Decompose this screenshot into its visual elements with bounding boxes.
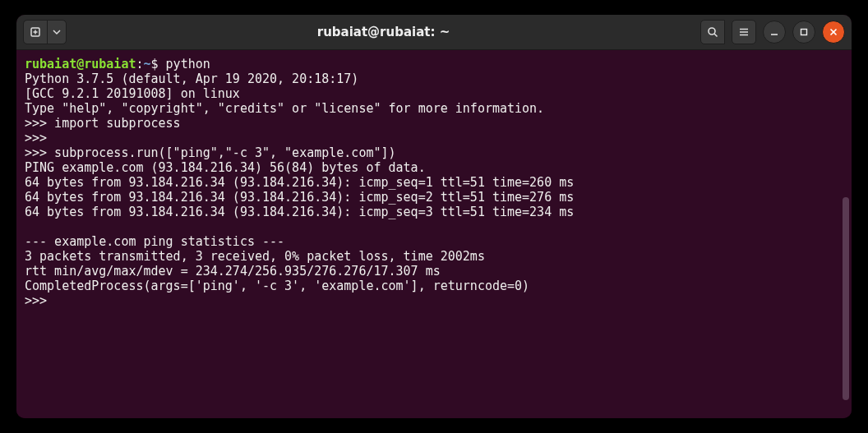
- prompt-sep: :: [136, 57, 143, 71]
- terminal-area[interactable]: rubaiat@rubaiat:~$ python Python 3.7.5 (…: [16, 50, 852, 418]
- output-line: >>>: [25, 131, 47, 145]
- output-line: Type "help", "copyright", "credits" or "…: [25, 101, 544, 116]
- output-line: 64 bytes from 93.184.216.34 (93.184.216.…: [25, 205, 574, 219]
- prompt-dollar: $: [151, 57, 166, 71]
- prompt-user: rubaiat@rubaiat: [25, 57, 136, 71]
- minimize-icon: [769, 27, 779, 37]
- output-line: 64 bytes from 93.184.216.34 (93.184.216.…: [25, 190, 574, 205]
- output-line: --- example.com ping statistics ---: [25, 234, 284, 249]
- output-line: Python 3.7.5 (default, Apr 19 2020, 20:1…: [25, 71, 358, 86]
- prompt-path: ~: [144, 57, 151, 71]
- output-line: 3 packets transmitted, 3 received, 0% pa…: [25, 249, 485, 264]
- new-tab-icon: [29, 25, 42, 39]
- svg-line-4: [714, 34, 718, 37]
- titlebar: rubaiat@rubaiat: ~: [16, 15, 852, 50]
- close-button[interactable]: [822, 21, 845, 44]
- search-button[interactable]: [700, 20, 725, 44]
- command-text: python: [166, 57, 210, 71]
- terminal-window: rubaiat@rubaiat: ~: [16, 15, 852, 418]
- maximize-button[interactable]: [792, 21, 815, 44]
- output-line: rtt min/avg/max/mdev = 234.274/256.935/2…: [25, 264, 441, 279]
- chevron-down-icon: [53, 28, 61, 36]
- svg-point-3: [709, 28, 715, 35]
- new-tab-button[interactable]: [23, 20, 48, 44]
- close-icon: [829, 27, 838, 37]
- output-line: 64 bytes from 93.184.216.34 (93.184.216.…: [25, 175, 574, 190]
- window-title: rubaiat@rubaiat: ~: [72, 25, 695, 39]
- scrollbar-thumb[interactable]: [843, 197, 849, 399]
- output-line: >>> import subprocess: [25, 116, 181, 131]
- minimize-button[interactable]: [763, 21, 786, 44]
- output-line: >>> subprocess.run(["ping","-c 3", "exam…: [25, 145, 396, 160]
- svg-rect-9: [801, 30, 807, 35]
- output-line: CompletedProcess(args=['ping', '-c 3', '…: [25, 279, 529, 293]
- menu-button[interactable]: [732, 20, 756, 44]
- prompt-line: rubaiat@rubaiat:~$ python: [25, 57, 210, 71]
- hamburger-icon: [737, 25, 750, 39]
- output-line: [GCC 9.2.1 20191008] on linux: [25, 86, 240, 101]
- new-tab-dropdown-button[interactable]: [47, 20, 67, 44]
- titlebar-left-controls: [23, 20, 67, 44]
- output-line: PING example.com (93.184.216.34) 56(84) …: [25, 160, 426, 175]
- output-line: >>>: [25, 293, 47, 308]
- maximize-icon: [799, 27, 809, 37]
- titlebar-right-controls: [700, 20, 845, 44]
- search-icon: [706, 25, 719, 39]
